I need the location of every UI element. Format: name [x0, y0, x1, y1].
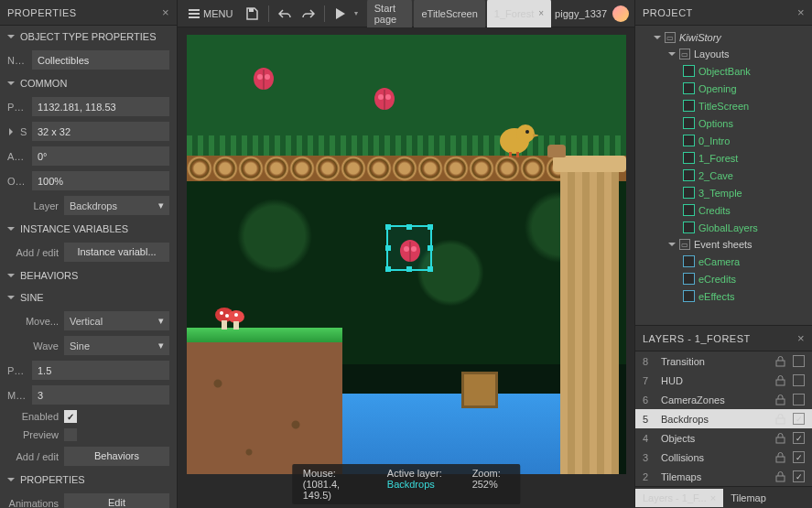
layer-name: CameraZones	[661, 395, 768, 405]
close-icon[interactable]: ×	[162, 5, 169, 19]
lock-icon[interactable]	[775, 395, 785, 405]
edit-animations-button[interactable]: Edit	[64, 493, 169, 508]
layout-icon	[683, 169, 695, 181]
tree-layout-item[interactable]: Opening	[635, 80, 812, 97]
tab-1-forest[interactable]: 1_Forest×	[487, 0, 551, 28]
section-common[interactable]: COMMON	[0, 72, 177, 94]
preview-checkbox[interactable]	[64, 428, 77, 441]
movement-select[interactable]: Vertical▾	[64, 311, 169, 330]
svg-point-5	[234, 313, 238, 317]
right-panels: PROJECT × ▭KiwiStory ▭Layouts ObjectBank…	[634, 0, 812, 508]
save-button[interactable]	[242, 3, 262, 25]
section-behaviors[interactable]: BEHAVIORS	[0, 265, 177, 286]
layout-icon	[683, 82, 695, 94]
user-badge[interactable]: piggy_1337	[555, 5, 629, 22]
tree-layout-item[interactable]: GlobalLayers	[635, 219, 812, 236]
tree-layout-item[interactable]: TitleScreen	[635, 97, 812, 114]
layer-row[interactable]: 5Backdrops✓	[635, 409, 812, 428]
lock-icon[interactable]	[775, 471, 785, 482]
visibility-checkbox[interactable]: ✓	[793, 470, 805, 482]
tree-layout-item[interactable]: Credits	[635, 201, 812, 219]
svg-point-21	[411, 246, 417, 252]
chevron-down-icon[interactable]: ▾	[354, 9, 358, 17]
section-object-type[interactable]: OBJECT TYPE PROPERTIES	[0, 26, 177, 48]
tree-event-item[interactable]: eEffects	[635, 287, 812, 305]
close-icon[interactable]: ×	[538, 8, 544, 18]
layer-row[interactable]: 6CameraZones	[635, 390, 812, 409]
tree-layout-item[interactable]: Options	[635, 114, 812, 132]
wave-select[interactable]: Sine▾	[64, 336, 169, 355]
tree-event-item[interactable]: eCamera	[635, 253, 812, 270]
visibility-checkbox[interactable]	[793, 355, 805, 367]
folder-icon: ▭	[679, 239, 690, 250]
angle-input[interactable]	[32, 146, 169, 166]
tree-event-item[interactable]: eCredits	[635, 270, 812, 287]
visibility-checkbox[interactable]	[793, 394, 805, 405]
visibility-checkbox[interactable]: ✓	[793, 451, 805, 463]
tree-events[interactable]: ▭Event sheets	[635, 236, 812, 253]
layers-header: LAYERS - 1_FOREST ×	[635, 326, 812, 351]
layout-icon	[683, 222, 695, 233]
layer-row[interactable]: 7HUD	[635, 371, 812, 390]
tree-layout-item[interactable]: 2_Cave	[635, 167, 812, 184]
layer-row[interactable]: 4Objects✓	[635, 428, 812, 448]
layer-select[interactable]: Backdrops▾	[64, 196, 169, 215]
layer-name: Tilemaps	[661, 471, 768, 482]
menu-button[interactable]: MENU	[183, 3, 238, 25]
redo-button[interactable]	[298, 3, 319, 25]
event-label: eEffects	[698, 291, 735, 302]
layout-icon	[683, 152, 695, 164]
folder-icon: ▭	[679, 49, 690, 59]
behaviors-button[interactable]: Behaviors	[64, 447, 169, 466]
opacity-input[interactable]	[32, 171, 169, 190]
tab-layers[interactable]: Layers - 1_F...×	[635, 489, 723, 507]
tree-layout-item[interactable]: 3_Temple	[635, 184, 812, 201]
layer-row[interactable]: 8Transition	[635, 351, 812, 371]
tab-etitlescreen[interactable]: eTitleScreen	[414, 0, 484, 28]
close-icon[interactable]: ×	[797, 5, 805, 19]
lock-icon[interactable]	[775, 452, 785, 463]
tree-layout-item[interactable]: ObjectBank	[635, 62, 812, 80]
visibility-checkbox[interactable]: ✓	[793, 432, 805, 444]
lock-icon[interactable]	[775, 414, 785, 425]
section-instance-vars[interactable]: INSTANCE VARIABLES	[0, 218, 177, 240]
lock-icon[interactable]	[775, 356, 785, 367]
lock-icon[interactable]	[775, 375, 785, 386]
close-icon[interactable]: ×	[797, 331, 805, 345]
tab-tilemap[interactable]: Tilemap	[723, 489, 774, 507]
layer-number: 3	[643, 452, 654, 463]
visibility-checkbox[interactable]	[793, 374, 805, 386]
size-input[interactable]	[32, 122, 169, 141]
period-input[interactable]	[32, 361, 169, 380]
svg-rect-25	[776, 418, 785, 424]
caret-right-icon[interactable]	[7, 128, 15, 135]
layer-row[interactable]: 3Collisions✓	[635, 448, 812, 467]
svg-rect-22	[776, 361, 785, 366]
svg-point-18	[385, 94, 391, 100]
tree-layout-item[interactable]: 0_Intro	[635, 132, 812, 149]
caret-down-icon	[7, 225, 15, 232]
svg-rect-28	[776, 476, 785, 481]
play-button[interactable]	[330, 3, 351, 25]
section-sine[interactable]: SINE	[0, 286, 177, 308]
avatar-icon	[612, 5, 629, 22]
section-properties[interactable]: PROPERTIES	[0, 469, 177, 491]
tree-layouts[interactable]: ▭Layouts	[635, 46, 812, 62]
instance-vars-button[interactable]: Instance variabl...	[64, 243, 169, 262]
layer-row[interactable]: 2Tilemaps✓	[635, 467, 812, 486]
magnitude-input[interactable]	[32, 385, 169, 405]
beetle-sprite-selected[interactable]	[395, 234, 425, 264]
name-input[interactable]	[32, 50, 169, 70]
enabled-checkbox[interactable]: ✓	[64, 410, 77, 423]
visibility-checkbox[interactable]: ✓	[793, 413, 805, 425]
tree-layout-item[interactable]: 1_Forest	[635, 149, 812, 167]
undo-button[interactable]	[274, 3, 294, 25]
tree-root[interactable]: ▭KiwiStory	[635, 29, 812, 46]
layout-canvas[interactable]: Mouse: (1081.4, 149.5) Active layer: Bac…	[178, 27, 634, 508]
tab-start-page[interactable]: Start page	[367, 0, 413, 28]
caret-down-icon	[7, 476, 15, 483]
lock-icon[interactable]	[775, 433, 785, 444]
position-input[interactable]	[32, 97, 169, 116]
layers-title: LAYERS - 1_FOREST	[643, 333, 751, 344]
caret-down-icon	[7, 33, 15, 40]
